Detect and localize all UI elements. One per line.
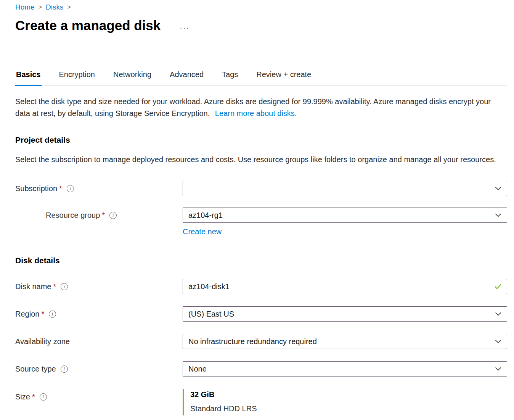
resource-group-control-cell: az104-rg1	[183, 208, 507, 223]
availability-zone-label: Availability zone	[15, 337, 70, 346]
disk-name-label-cell: Disk name * i	[15, 282, 183, 291]
source-type-label: Source type	[15, 365, 56, 373]
region-dropdown[interactable]: (US) East US	[183, 306, 507, 322]
region-field-row: Region * i (US) East US	[15, 306, 507, 322]
required-marker: *	[32, 393, 35, 401]
tree-connector-line	[18, 196, 41, 215]
subscription-dropdown[interactable]	[183, 181, 507, 196]
valid-check-icon	[495, 284, 501, 289]
disk-name-field-row: Disk name * i	[15, 279, 507, 294]
tab-review-create[interactable]: Review + create	[255, 70, 312, 85]
required-marker: *	[41, 310, 44, 319]
resource-group-label: Resource group	[46, 211, 100, 220]
availability-zone-dropdown[interactable]: No infrastructure redundancy required	[183, 334, 507, 349]
info-icon[interactable]: i	[109, 212, 117, 219]
page-title: Create a managed disk	[15, 18, 161, 34]
intro-text: Select the disk type and size needed for…	[15, 96, 507, 119]
region-control-cell: (US) East US	[183, 306, 507, 322]
tab-advanced[interactable]: Advanced	[169, 70, 204, 85]
disk-details-heading: Disk details	[15, 256, 507, 265]
tab-basics[interactable]: Basics	[15, 70, 42, 86]
availability-zone-value: No infrastructure redundancy required	[188, 337, 317, 346]
subscription-label: Subscription	[15, 184, 57, 193]
tab-networking[interactable]: Networking	[112, 70, 152, 85]
resource-group-dropdown[interactable]: az104-rg1	[183, 208, 507, 223]
breadcrumb-link-home[interactable]: Home	[15, 3, 35, 11]
info-icon[interactable]: i	[61, 283, 68, 290]
title-row: Create a managed disk ···	[15, 18, 507, 34]
availability-zone-label-cell: Availability zone	[15, 337, 183, 346]
more-options-icon[interactable]: ···	[177, 23, 192, 32]
create-new-row: Create new	[15, 227, 507, 236]
source-type-value: None	[188, 365, 207, 373]
resource-group-value: az104-rg1	[188, 211, 223, 220]
disk-name-label: Disk name	[15, 282, 51, 291]
breadcrumb-link-disks[interactable]: Disks	[46, 3, 63, 11]
resource-group-field-row: Resource group * i az104-rg1	[15, 208, 507, 223]
learn-more-link[interactable]: Learn more about disks.	[215, 109, 297, 117]
size-field-row: Size * i 32 GiB Standard HDD LRS	[15, 389, 507, 415]
region-label: Region	[15, 310, 39, 319]
availability-zone-control-cell: No infrastructure redundancy required	[183, 334, 507, 349]
spacer	[15, 227, 183, 236]
breadcrumb-separator: >	[67, 4, 71, 11]
subscription-control-cell	[183, 181, 507, 196]
tab-encryption[interactable]: Encryption	[58, 70, 96, 85]
breadcrumb-separator: >	[39, 4, 42, 11]
source-type-field-row: Source type i None	[15, 361, 507, 377]
project-details-heading: Project details	[15, 135, 507, 145]
info-icon[interactable]: i	[67, 185, 74, 192]
tab-strip: Basics Encryption Networking Advanced Ta…	[15, 70, 507, 86]
disk-name-control-cell	[183, 279, 507, 294]
chevron-down-icon	[495, 213, 501, 217]
size-control-cell: 32 GiB Standard HDD LRS	[183, 389, 507, 415]
source-type-control-cell: None	[183, 361, 507, 377]
subscription-field-row: Subscription * i	[15, 181, 507, 196]
create-new-resource-group-link[interactable]: Create new	[183, 227, 222, 236]
size-value: 32 GiB	[190, 390, 507, 399]
availability-zone-field-row: Availability zone No infrastructure redu…	[15, 334, 507, 349]
subscription-label-cell: Subscription * i	[15, 184, 183, 193]
disk-name-input[interactable]	[188, 282, 491, 291]
region-value: (US) East US	[188, 310, 234, 319]
disk-name-textfield	[183, 279, 507, 294]
size-summary-block[interactable]: 32 GiB Standard HDD LRS	[183, 389, 507, 415]
required-marker: *	[59, 184, 62, 193]
region-label-cell: Region * i	[15, 310, 183, 319]
size-sku: Standard HDD LRS	[190, 404, 507, 413]
info-icon[interactable]: i	[49, 311, 56, 318]
source-type-label-cell: Source type i	[15, 365, 183, 373]
chevron-down-icon	[495, 312, 501, 316]
breadcrumb: Home > Disks >	[15, 3, 507, 11]
size-label: Size	[15, 393, 30, 401]
create-managed-disk-page: Home > Disks > Create a managed disk ···…	[0, 0, 514, 415]
required-marker: *	[102, 211, 105, 220]
chevron-down-icon	[495, 367, 501, 371]
required-marker: *	[53, 282, 56, 291]
tab-tags[interactable]: Tags	[221, 70, 239, 85]
source-type-dropdown[interactable]: None	[183, 361, 507, 377]
info-icon[interactable]: i	[40, 393, 47, 401]
chevron-down-icon	[495, 187, 501, 191]
project-details-description: Select the subscription to manage deploy…	[15, 154, 507, 166]
info-icon[interactable]: i	[61, 365, 68, 373]
size-label-cell: Size * i	[15, 389, 183, 401]
chevron-down-icon	[495, 340, 501, 344]
